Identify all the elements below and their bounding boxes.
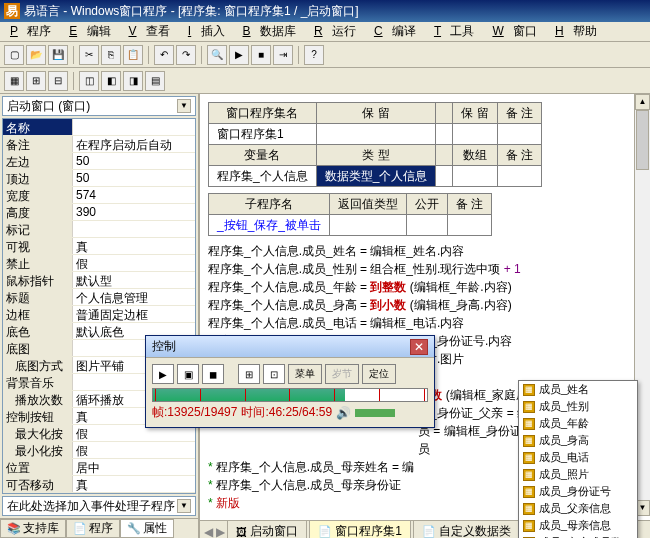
volume-slider[interactable] [355, 409, 395, 417]
object-selector[interactable]: 启动窗口 (窗口)▼ [2, 96, 196, 116]
prop-row[interactable]: 图标 [3, 493, 195, 494]
tb2-e[interactable]: ◧ [101, 71, 121, 91]
sub-table: 子程序名返回值类型公开备 注 _按钮_保存_被单击 [208, 193, 492, 236]
tb-new[interactable]: ▢ [4, 45, 24, 65]
tb-save[interactable]: 💾 [48, 45, 68, 65]
etab-custom[interactable]: 📄自定义数据类 [413, 520, 520, 538]
frame-status: 帧:13925/19497 [152, 404, 237, 421]
title-bar: 易 易语言 - Windows窗口程序 - [程序集: 窗口程序集1 / _启动… [0, 0, 650, 22]
tb-paste[interactable]: 📋 [123, 45, 143, 65]
menu-tools[interactable]: T 工具 [428, 21, 486, 42]
menu-edit[interactable]: E 编辑 [63, 21, 122, 42]
autocomplete-popup[interactable]: ▦成员_姓名▦成员_性别▦成员_年龄▦成员_身高▦成员_电话▦成员_照片▦成员_… [518, 380, 638, 538]
dialog-title: 控制 [152, 338, 176, 355]
menu-run[interactable]: R 运行 [308, 21, 368, 42]
menu-database[interactable]: B 数据库 [237, 21, 308, 42]
tb-stop[interactable]: ■ [251, 45, 271, 65]
ac-item[interactable]: ▦成员_电话 [519, 449, 637, 466]
tb-find[interactable]: 🔍 [207, 45, 227, 65]
menu-compile[interactable]: C 编译 [368, 21, 428, 42]
tab-support[interactable]: 📚支持库 [0, 519, 66, 538]
ac-item[interactable]: ▦成员_性别 [519, 398, 637, 415]
time-status: 时间:46:25/64:59 [241, 404, 332, 421]
etab-module[interactable]: 📄窗口程序集1 [309, 520, 411, 538]
property-grid[interactable]: 名称_启动窗口备注在程序启动后自动左边50顶边50宽度574高度390标记可视真… [2, 118, 196, 494]
tb2-a[interactable]: ▦ [4, 71, 24, 91]
prop-row[interactable]: 标记 [3, 221, 195, 238]
ac-item[interactable]: ▦成员_母亲信息 [519, 517, 637, 534]
etab-window[interactable]: 🖼启动窗口 [227, 520, 307, 538]
tb2-g[interactable]: ▤ [145, 71, 165, 91]
prop-row[interactable]: 可否移动真 [3, 476, 195, 493]
toolbar-2: ▦ ⊞ ⊟ ◫ ◧ ◨ ▤ [0, 68, 650, 94]
event-selector[interactable]: 在此处选择加入事件处理子程序▼ [2, 496, 196, 516]
menu-bar: P 程序 E 编辑 V 查看 I 插入 B 数据库 R 运行 C 编译 T 工具… [0, 22, 650, 42]
close-icon[interactable]: ✕ [410, 339, 428, 355]
module-table: 窗口程序集名保 留保 留备 注 窗口程序集1 变量名类 型数组备 注 程序集_个… [208, 102, 542, 187]
ac-item[interactable]: ▦成员_年龄 [519, 415, 637, 432]
left-tabs: 📚支持库 📄程序 🔧属性 [0, 518, 198, 538]
tb-open[interactable]: 📂 [26, 45, 46, 65]
scroll-up-icon[interactable]: ▲ [635, 94, 650, 110]
pause-icon[interactable]: ▣ [177, 364, 199, 384]
tab-program[interactable]: 📄程序 [66, 519, 120, 538]
menu-window[interactable]: W 窗口 [486, 21, 549, 42]
tb-step[interactable]: ⇥ [273, 45, 293, 65]
prop-row[interactable]: 边框普通固定边框 [3, 306, 195, 323]
ac-item[interactable]: ▦成员_身高 [519, 432, 637, 449]
prop-row[interactable]: 宽度574 [3, 187, 195, 204]
prop-row[interactable]: 高度390 [3, 204, 195, 221]
prop-row[interactable]: 位置居中 [3, 459, 195, 476]
prop-row[interactable]: 最小化按钮假 [3, 442, 195, 459]
ac-item[interactable]: ▦成员_照片 [519, 466, 637, 483]
menu-program[interactable]: P 程序 [4, 21, 63, 42]
progress-slider[interactable] [152, 388, 428, 402]
ac-item[interactable]: ▦成员_父亲信息 [519, 500, 637, 517]
menu-button[interactable]: 菜单 [288, 364, 322, 384]
properties-panel: 启动窗口 (窗口)▼ 名称_启动窗口备注在程序启动后自动左边50顶边50宽度57… [0, 94, 200, 538]
tb2-b[interactable]: ⊞ [26, 71, 46, 91]
prop-row[interactable]: 备注在程序启动后自动 [3, 136, 195, 153]
tb-run[interactable]: ▶ [229, 45, 249, 65]
dialog-titlebar[interactable]: 控制 ✕ [146, 336, 434, 358]
prev-icon[interactable]: ⊞ [238, 364, 260, 384]
prop-row[interactable]: 可视真 [3, 238, 195, 255]
tb2-c[interactable]: ⊟ [48, 71, 68, 91]
tb-undo[interactable]: ↶ [154, 45, 174, 65]
locate-button[interactable]: 定位 [362, 364, 396, 384]
ac-item[interactable]: ▦成员_身份证号 [519, 483, 637, 500]
tb2-f[interactable]: ◨ [123, 71, 143, 91]
tb-copy[interactable]: ⎘ [101, 45, 121, 65]
prop-row[interactable]: 顶边50 [3, 170, 195, 187]
toolbar-1: ▢ 📂 💾 ✂ ⎘ 📋 ↶ ↷ 🔍 ▶ ■ ⇥ ? [0, 42, 650, 68]
next-icon[interactable]: ⊡ [263, 364, 285, 384]
tab-properties[interactable]: 🔧属性 [120, 519, 174, 538]
prop-row[interactable]: 左边50 [3, 153, 195, 170]
prop-row[interactable]: 标题个人信息管理 [3, 289, 195, 306]
app-icon: 易 [4, 3, 20, 19]
menu-help[interactable]: H 帮助 [549, 21, 609, 42]
ac-item[interactable]: ▦成员_姓名 [519, 381, 637, 398]
window-title: 易语言 - Windows窗口程序 - [程序集: 窗口程序集1 / _启动窗口… [24, 3, 359, 20]
prop-row[interactable]: 禁止假 [3, 255, 195, 272]
tb-help[interactable]: ? [304, 45, 324, 65]
chevron-down-icon: ▼ [177, 99, 191, 113]
scroll-thumb[interactable] [636, 110, 649, 170]
play-icon[interactable]: ▶ [152, 364, 174, 384]
stop-icon[interactable]: ◼ [202, 364, 224, 384]
player-dialog[interactable]: 控制 ✕ ▶ ▣ ◼ ⊞ ⊡ 菜单 岁节 定位 帧:13925/19497 时间… [145, 335, 435, 428]
speaker-icon[interactable]: 🔊 [336, 406, 351, 420]
prop-row[interactable]: 鼠标指针默认型 [3, 272, 195, 289]
tb-cut[interactable]: ✂ [79, 45, 99, 65]
chapter-button[interactable]: 岁节 [325, 364, 359, 384]
menu-view[interactable]: V 查看 [123, 21, 182, 42]
menu-insert[interactable]: I 插入 [182, 21, 237, 42]
tb-redo[interactable]: ↷ [176, 45, 196, 65]
prop-row[interactable]: 名称_启动窗口 [3, 119, 195, 136]
ac-item[interactable]: ▦成员_家庭成员数 [519, 534, 637, 538]
chevron-down-icon: ▼ [177, 499, 191, 513]
tb2-d[interactable]: ◫ [79, 71, 99, 91]
